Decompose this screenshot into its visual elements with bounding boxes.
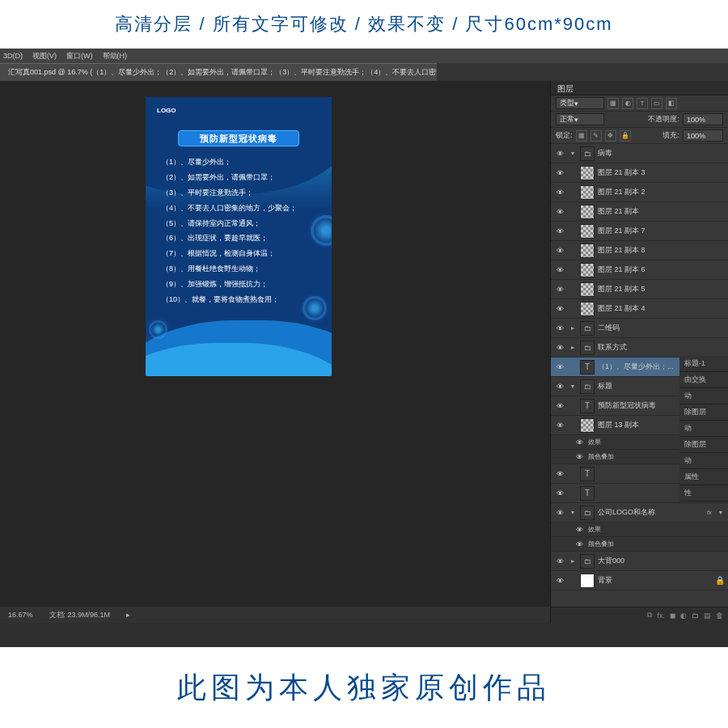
top-banner-text: 高清分层 / 所有文字可修改 / 效果不变 / 尺寸60cm*90cm	[0, 0, 728, 49]
visibility-icon[interactable]: 👁	[574, 451, 585, 463]
new-layer-icon[interactable]: ▤	[704, 612, 711, 620]
folder-icon: 🗀	[580, 146, 595, 161]
visibility-icon[interactable]: 👁	[554, 284, 565, 295]
filter-row: 类型 ▾ ▦ ◐ T ▭ ◧	[551, 95, 728, 112]
visibility-icon[interactable]: 👁	[574, 524, 585, 535]
visibility-icon[interactable]: 👁	[554, 362, 565, 373]
menu-3d[interactable]: 3D(D)	[3, 52, 23, 60]
visibility-icon[interactable]: 👁	[554, 342, 565, 353]
layer-item[interactable]: 👁图层 21 副本 3	[551, 163, 728, 183]
visibility-icon[interactable]: 👁	[554, 488, 565, 499]
visibility-icon[interactable]: 👁	[554, 206, 565, 218]
canvas-area[interactable]: LOGO 预防新型冠状病毒 （1）、尽量少外出； （2）、如需要外出，请佩带口罩…	[0, 81, 550, 623]
visibility-icon[interactable]: 👁	[554, 265, 565, 276]
side-tab[interactable]: 性	[679, 485, 728, 502]
text-layer-icon: T	[580, 360, 595, 375]
layer-group[interactable]: 👁▾🗀病毒	[551, 144, 728, 163]
link-icon[interactable]: ⧉	[647, 611, 652, 620]
filter-adjust-icon[interactable]: ◐	[622, 98, 633, 109]
visibility-icon[interactable]: 👁	[554, 400, 565, 412]
side-tab[interactable]: 动	[679, 388, 728, 404]
layer-item[interactable]: 👁图层 21 副本 2	[551, 183, 728, 202]
blend-row: 正常 ▾ 不透明度: 100%	[551, 112, 728, 128]
filter-pixel-icon[interactable]: ▦	[607, 98, 619, 109]
visibility-icon[interactable]: 👁	[554, 303, 565, 315]
lock-position-icon[interactable]: ✥	[605, 130, 616, 142]
side-tab[interactable]: 动	[679, 421, 728, 437]
side-tab[interactable]: 由交换	[679, 372, 728, 388]
menu-window[interactable]: 窗口(W)	[66, 51, 93, 61]
layer-group[interactable]: 👁▾🗀公司LOGO和名称fx▾	[551, 503, 728, 523]
layer-item[interactable]: 👁图层 21 副本 6	[551, 260, 728, 280]
adjustment-icon[interactable]: ◐	[680, 612, 687, 620]
poster-list: （1）、尽量少外出； （2）、如需要外出，请佩带口罩； （3）、平时要注意勤洗手…	[157, 154, 320, 307]
side-tab[interactable]: 属性	[679, 469, 728, 485]
lock-transparent-icon[interactable]: ▦	[576, 130, 587, 142]
layer-item[interactable]: 👁图层 21 副本 8	[551, 241, 728, 260]
workarea: LOGO 预防新型冠状病毒 （1）、尽量少外出； （2）、如需要外出，请佩带口罩…	[0, 81, 728, 623]
lock-all-icon[interactable]: 🔒	[620, 130, 631, 142]
opacity-label: 不透明度:	[648, 114, 679, 125]
trash-icon[interactable]: 🗑	[716, 612, 723, 620]
side-tab[interactable]: 除图层	[679, 404, 728, 421]
visibility-icon[interactable]: 👁	[554, 323, 565, 334]
visibility-icon[interactable]: 👁	[554, 420, 565, 431]
filter-shape-icon[interactable]: ▭	[651, 98, 662, 109]
poster-canvas: LOGO 预防新型冠状病毒 （1）、尽量少外出； （2）、如需要外出，请佩带口罩…	[146, 97, 332, 376]
menu-help[interactable]: 帮助(H)	[103, 51, 128, 61]
visibility-icon[interactable]: 👁	[554, 381, 565, 392]
side-tab[interactable]: 动	[679, 453, 728, 469]
visibility-icon[interactable]: 👁	[554, 167, 565, 179]
zoom-level[interactable]: 16.67%	[8, 611, 33, 619]
list-item: （10）、就餐，要将食物煮熟食用；	[162, 292, 320, 307]
side-tab[interactable]: 除图层	[679, 437, 728, 453]
document-tabbar: 汇写真001.psd @ 16.7% (（1）、尽量少外出；（2）、如需要外出，…	[0, 63, 728, 81]
fx-badge[interactable]: fx	[707, 509, 712, 516]
filter-text-icon[interactable]: T	[637, 98, 648, 109]
chevron-right-icon[interactable]: ▸	[126, 611, 130, 619]
layer-item[interactable]: 👁图层 21 副本	[551, 202, 728, 222]
visibility-icon[interactable]: 👁	[554, 187, 565, 198]
visibility-icon[interactable]: 👁	[574, 539, 585, 550]
list-item: （2）、如需要外出，请佩带口罩；	[162, 170, 320, 185]
filter-smart-icon[interactable]: ◧	[666, 98, 677, 109]
layer-effect-item[interactable]: 👁颜色叠加	[551, 537, 728, 552]
layer-group[interactable]: 👁▸🗀联系方式	[551, 338, 728, 358]
layer-item[interactable]: 👁图层 21 副本 4	[551, 299, 728, 319]
folder-icon: 🗀	[580, 341, 595, 355]
panel-tab-layers[interactable]: 图层	[551, 81, 728, 95]
list-item: （8）、用餐杜绝食野生动物；	[162, 261, 320, 277]
visibility-icon[interactable]: 👁	[554, 575, 565, 586]
layer-group[interactable]: 👁▸🗀大背000	[551, 552, 728, 571]
text-layer-icon: T	[580, 486, 595, 501]
statusbar: 16.67% 文档: 23.9M/96.1M ▸	[0, 607, 550, 623]
visibility-icon[interactable]: 👁	[574, 437, 585, 448]
document-tab[interactable]: 汇写真001.psd @ 16.7% (（1）、尽量少外出；（2）、如需要外出，…	[0, 63, 437, 81]
visibility-icon[interactable]: 👁	[554, 468, 565, 480]
list-item: （9）、加强锻炼，增强抵抗力；	[162, 277, 320, 292]
menu-view[interactable]: 视图(V)	[32, 51, 57, 61]
layer-background[interactable]: 👁背景🔒	[551, 571, 728, 590]
lock-pixel-icon[interactable]: ✎	[590, 130, 602, 142]
layer-item[interactable]: 👁图层 21 副本 5	[551, 280, 728, 299]
list-item: （4）、不要去人口密集的地方，少聚会；	[162, 201, 320, 216]
group-icon[interactable]: 🗀	[692, 612, 699, 620]
visibility-icon[interactable]: 👁	[554, 556, 565, 567]
side-tab[interactable]: 标题-1	[679, 356, 728, 372]
folder-icon: 🗀	[580, 554, 595, 569]
layer-item[interactable]: 👁图层 21 副本 7	[551, 222, 728, 241]
fill-input[interactable]: 100%	[683, 129, 723, 142]
blend-mode-select[interactable]: 正常 ▾	[556, 113, 604, 125]
filter-kind-select[interactable]: 类型 ▾	[556, 97, 604, 109]
opacity-input[interactable]: 100%	[683, 113, 723, 125]
mask-icon[interactable]: ◼	[670, 612, 675, 620]
layer-group[interactable]: 👁▸🗀二维码	[551, 319, 728, 338]
visibility-icon[interactable]: 👁	[554, 507, 565, 518]
list-item: （1）、尽量少外出；	[162, 154, 320, 170]
list-item: （3）、平时要注意勤洗手；	[162, 185, 320, 201]
layer-effect[interactable]: 👁效果	[551, 523, 728, 537]
visibility-icon[interactable]: 👁	[554, 245, 565, 256]
visibility-icon[interactable]: 👁	[554, 226, 565, 237]
fx-icon[interactable]: fx.	[657, 612, 665, 620]
visibility-icon[interactable]: 👁	[554, 148, 565, 159]
